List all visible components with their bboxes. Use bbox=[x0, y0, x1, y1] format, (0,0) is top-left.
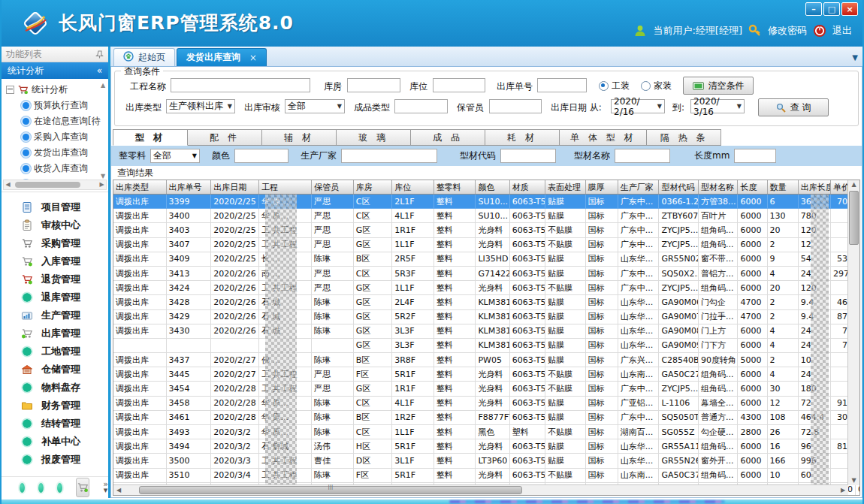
column-header-数量[interactable]: 数量 bbox=[767, 180, 798, 195]
tree-vertical-scroll[interactable]: ▲▼ bbox=[98, 82, 107, 180]
outbound-type-select[interactable]: 生产领料出库▼ bbox=[166, 99, 235, 113]
cart-module-button[interactable] bbox=[76, 478, 89, 497]
sidebar-item-生产管理[interactable]: 生产管理 bbox=[2, 306, 108, 324]
material-tab-耗材[interactable]: 耗 材 bbox=[485, 129, 560, 146]
module-dot-icon[interactable] bbox=[57, 483, 62, 493]
scroll-left-icon[interactable]: ◀ bbox=[4, 181, 12, 189]
horizontal-scrollbar[interactable]: ◀ ▶ bbox=[113, 484, 848, 495]
sidebar-item-物料盘存[interactable]: 物料盘存 bbox=[2, 379, 108, 397]
table-row[interactable]: 调拨出库33992020/2/25华 原...严思C区2L1F整料SU10...… bbox=[113, 195, 860, 209]
column-header-出库长度[interactable]: 出库长度 bbox=[798, 180, 830, 195]
column-header-型材代码[interactable]: 型材代码 bbox=[659, 180, 699, 195]
sidebar-item-采购管理[interactable]: 采购管理 bbox=[2, 234, 108, 252]
material-tab-单体型材[interactable]: 单 体 型 材 bbox=[560, 129, 647, 146]
tab-起始页[interactable]: 起始页 bbox=[113, 48, 175, 66]
search-button[interactable]: 查 询 bbox=[758, 98, 829, 116]
tab-overflow-icon[interactable]: ▼ bbox=[852, 53, 858, 62]
column-header-材质[interactable]: 材质 bbox=[509, 180, 545, 195]
tree-item-4[interactable]: 发货出库查询 bbox=[6, 145, 107, 161]
sidebar-item-工地管理[interactable]: 工地管理 bbox=[2, 343, 108, 361]
table-row[interactable]: 调拨出库34582020/2/28华 原...陈琳C区4L1F整料光身料6063… bbox=[113, 396, 860, 410]
sidebar-item-退货管理[interactable]: 退货管理 bbox=[2, 270, 108, 288]
collapse-icon[interactable]: « bbox=[97, 65, 102, 76]
column-header-型材名称[interactable]: 型材名称 bbox=[698, 180, 738, 195]
material-tab-隔热条[interactable]: 隔 热 条 bbox=[647, 129, 721, 146]
table-row[interactable]: 调拨出库34032020/2/25工 共工程严思G区1R1F整料光身料6063-… bbox=[113, 223, 860, 237]
column-header-膜厚[interactable]: 膜厚 bbox=[585, 180, 618, 195]
hscroll-thumb[interactable] bbox=[139, 486, 523, 494]
vscroll-thumb[interactable] bbox=[849, 191, 859, 245]
more-modules-button[interactable]: »▾ bbox=[103, 481, 108, 493]
column-header-出库日期[interactable]: 出库日期 bbox=[211, 180, 259, 195]
change-password-link[interactable]: 修改密码 bbox=[768, 24, 807, 38]
table-row[interactable]: 调拨出库35002020/3/3工 共工程曹佳D区3L1F整料LT3P60606… bbox=[113, 454, 860, 468]
sidebar-item-审核中心[interactable]: 审核中心 bbox=[2, 216, 108, 234]
minimize-button[interactable]: – bbox=[805, 2, 822, 16]
manufacturer-input[interactable] bbox=[341, 149, 437, 163]
location-input[interactable] bbox=[433, 78, 485, 92]
clear-conditions-button[interactable]: 清空条件 bbox=[683, 77, 754, 95]
column-header-表面处理[interactable]: 表面处理 bbox=[545, 180, 586, 195]
table-row[interactable]: 调拨出库34072020/2/25工 共工程严思G区1L1F整料光身料6063-… bbox=[113, 237, 860, 252]
tree-item-2[interactable]: 在途信息查询[待 bbox=[6, 113, 107, 129]
close-tab-icon[interactable]: × bbox=[249, 53, 257, 63]
length-input[interactable] bbox=[734, 149, 776, 163]
scroll-right-icon[interactable]: ▶ bbox=[838, 487, 848, 493]
close-button[interactable]: × bbox=[841, 2, 858, 16]
order-no-input[interactable] bbox=[537, 78, 587, 92]
table-row[interactable]: 调拨出库34942020/3/2石 辉城汤伟H区5R1F整料光身料6063-T5… bbox=[113, 439, 860, 454]
column-header-整零料[interactable]: 整零料 bbox=[434, 180, 476, 195]
column-header-库房[interactable]: 库房 bbox=[353, 180, 391, 195]
table-row[interactable]: 调拨出库34932020/3/2华 原...陈琳C区1L1F整料黑色塑料不贴膜国… bbox=[113, 425, 860, 439]
table-row[interactable]: 调拨出库34282020/2/26石 城陈琳G区2L4F整料KLM3817606… bbox=[113, 295, 860, 309]
audit-select[interactable]: 全部▼ bbox=[285, 99, 345, 113]
sidebar-item-项目管理[interactable]: 项目管理 bbox=[2, 198, 108, 216]
material-tab-辅材[interactable]: 辅 材 bbox=[262, 129, 337, 146]
scroll-thumb[interactable] bbox=[15, 182, 80, 188]
tree-item-3[interactable]: 采购入库查询 bbox=[6, 129, 107, 145]
scroll-up-icon[interactable]: ▲ bbox=[851, 180, 856, 189]
column-header-生产厂家[interactable]: 生产厂家 bbox=[618, 180, 659, 195]
radio-jiazhuang[interactable]: 家装 bbox=[641, 80, 672, 92]
material-tab-玻璃[interactable]: 玻 璃 bbox=[337, 129, 411, 146]
sidebar-item-出库管理[interactable]: 出库管理 bbox=[2, 324, 108, 343]
scroll-down-icon[interactable]: ▼ bbox=[851, 476, 856, 485]
date-to-picker[interactable]: 2020/ 3/16▼ bbox=[690, 99, 745, 113]
material-tab-型材[interactable]: 型 材 bbox=[113, 129, 188, 146]
radio-gongzhuang[interactable]: 工装 bbox=[599, 80, 630, 92]
logout-link[interactable]: 退出 bbox=[832, 24, 852, 38]
color-input[interactable] bbox=[234, 149, 289, 163]
keeper-input[interactable] bbox=[489, 99, 542, 113]
sidebar-item-仓储管理[interactable]: 仓储管理 bbox=[2, 361, 108, 379]
scroll-right-icon[interactable]: ▶ bbox=[98, 181, 106, 189]
module-dot-icon[interactable] bbox=[38, 483, 44, 493]
pin-icon[interactable] bbox=[95, 50, 104, 59]
sidebar-item-入库管理[interactable]: 入库管理 bbox=[2, 252, 108, 270]
whole-part-select[interactable]: 全部▼ bbox=[150, 149, 200, 163]
profile-name-input[interactable] bbox=[615, 149, 670, 163]
scroll-left-icon[interactable]: ◀ bbox=[113, 487, 124, 493]
table-row[interactable]: 调拨出库34292020/2/26石 城陈琳G区5R2F整料KLM3817606… bbox=[113, 309, 860, 324]
tab-发货出库查询[interactable]: 发货出库查询× bbox=[177, 48, 267, 66]
column-header-工程[interactable]: 工程 bbox=[259, 180, 312, 195]
tree-horizontal-scrollbar[interactable]: ◀ ▶ bbox=[3, 180, 107, 190]
sidebar-item-退库管理[interactable]: 退库管理 bbox=[2, 288, 108, 306]
tree-item-1[interactable]: 预算执行查询 bbox=[6, 98, 107, 113]
column-header-出库单号[interactable]: 出库单号 bbox=[166, 180, 211, 195]
date-from-picker[interactable]: 2020/ 2/16▼ bbox=[611, 99, 665, 113]
tree-item-5[interactable]: 收货入库查询 bbox=[6, 161, 107, 177]
material-tab-成品[interactable]: 成 品 bbox=[411, 129, 485, 146]
table-row[interactable]: 调拨出库34002020/2/25华 原...严思C区4L1F整料SU10...… bbox=[113, 209, 860, 223]
section-header[interactable]: 统计分析 « bbox=[2, 62, 108, 79]
table-row[interactable]: 调拨出库34372020/2/27佛 ...陈琳B区3R8F整料PW056063… bbox=[113, 353, 860, 367]
project-name-input[interactable] bbox=[171, 78, 310, 92]
table-row[interactable]: 调拨出库34242020/2/26工 共工程严思G区1L1F整料光身料6063-… bbox=[113, 281, 860, 295]
table-row[interactable]: 调拨出库34452020/2/27工 共工程严思F区5R1F整料光身料6063-… bbox=[113, 367, 860, 382]
vertical-scrollbar[interactable]: ▲ ▼ bbox=[847, 180, 859, 485]
table-row[interactable]: 调拨出库35102020/3/4工 共工程陈琳F区5R1F整料光身料6063-T… bbox=[113, 468, 860, 482]
sidebar-item-报废管理[interactable]: 报废管理 bbox=[2, 451, 108, 469]
product-type-input[interactable] bbox=[394, 99, 448, 113]
table-row[interactable]: 调拨出库34302020/2/26石 城陈琳G区3L3F整料KLM3817606… bbox=[113, 324, 860, 338]
material-tab-配件[interactable]: 配 件 bbox=[188, 129, 262, 146]
sidebar-item-财务管理[interactable]: 财务管理 bbox=[2, 397, 108, 415]
